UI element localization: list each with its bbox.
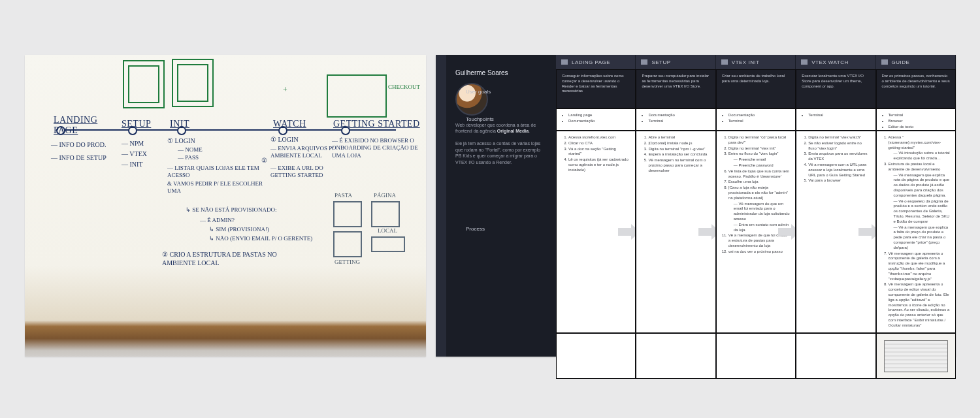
bullet: — LISTAR QUAIS LOJAS ELE TEM ACESSO [167, 165, 265, 180]
bullet: — NOME [178, 146, 203, 153]
screens-cell[interactable] [636, 333, 715, 379]
touchpoints-row: Landing pageDocumentação DocumentaçãoTer… [556, 108, 956, 131]
step-title-watch: WATCH [273, 119, 306, 129]
screens-cell[interactable] [876, 333, 956, 379]
drag-icon [561, 59, 568, 65]
drag-icon [641, 59, 647, 65]
watch-step: ② [261, 157, 267, 165]
init-step: ② CRIO A ESTRUTURA DE PASTAS NO AMBIENTE… [162, 251, 306, 267]
stage: + CHECKOUT LANDING PAGE SETUP INIT WATCH… [0, 0, 980, 418]
bullet: — INIT [122, 161, 143, 169]
step-title-setup: SETUP [122, 119, 151, 129]
init-step: ① LOGIN [167, 137, 195, 146]
row-label-goals: User goals [466, 89, 491, 95]
bullet: — É EXIBIDO NO BROWSER O ONBOARDING DE C… [332, 137, 426, 159]
sketch-label: PÁGINA [374, 192, 396, 199]
step-title-landing: LANDING PAGE [54, 115, 106, 136]
drag-icon [721, 59, 728, 65]
bullet: — INFO DO PROD. [51, 141, 106, 150]
arrow-icon [778, 224, 796, 240]
drag-icon [881, 59, 888, 65]
touch-cell[interactable]: DocumentaçãoTerminal [636, 108, 715, 131]
whiteboard-photo: + CHECKOUT LANDING PAGE SETUP INIT WATCH… [25, 55, 426, 357]
process-cell[interactable]: Acessa storefront.vtex.comClicar no CTAV… [556, 131, 636, 333]
step-title-init: INIT [170, 119, 189, 129]
screens-cell[interactable] [716, 333, 796, 379]
bullet: — INFO DE SETUP [51, 154, 106, 163]
screens-cell[interactable] [556, 333, 636, 379]
app-rail[interactable] [436, 55, 446, 357]
process-cell[interactable]: Digita no terminal "vtex watch"Se não es… [796, 131, 875, 333]
box-sketch [371, 236, 405, 252]
svg-marker-0 [618, 224, 636, 240]
persona-sidebar: Guilherme Soares Web developer que coord… [446, 55, 556, 357]
goals-row: Conseguir informações sobre como começar… [556, 69, 956, 108]
journey-grid: LADING PAGE SETUP VTEX INIT VTEX WATCH G… [556, 55, 956, 357]
arrow-icon [698, 224, 716, 240]
goal-cell[interactable]: Preparar seu computador para instalar as… [636, 69, 715, 108]
touch-cell[interactable]: TerminalBrowserEditor de textoEstrutura … [876, 108, 956, 131]
col-header[interactable]: LADING PAGE [556, 55, 636, 69]
bullet: — PASS [178, 154, 199, 161]
screens-cell[interactable] [796, 333, 875, 379]
plus-icon: + [283, 85, 287, 95]
sketch-label: LOCAL [378, 227, 397, 234]
goal-cell[interactable]: Executar localmente uma VTEX I/O Store p… [796, 69, 875, 108]
wireframe-thumbnail [884, 340, 948, 373]
col-header[interactable]: SETUP [636, 55, 715, 69]
arrow-icon [618, 224, 636, 240]
touch-cell[interactable]: Landing pageDocumentação [556, 108, 636, 131]
bullet: — VTEX [122, 150, 147, 159]
column-headers: LADING PAGE SETUP VTEX INIT VTEX WATCH G… [556, 55, 956, 69]
sketch-label: CHECKOUT [388, 84, 420, 91]
bullet: — NPM [122, 140, 144, 148]
step-title-getting: GETTING STARTED [333, 119, 420, 129]
process-cell[interactable]: Abre o terminal[Opcional] instala node.j… [636, 131, 715, 333]
col-header[interactable]: GUIDE [876, 55, 956, 69]
branch: ↳ SIM (PROVISIONA!) [209, 226, 269, 233]
goal-cell[interactable]: Criar seu ambiente de trabalho local par… [716, 69, 796, 108]
box-sketch [371, 201, 400, 227]
branch: — É ADMIN? [200, 217, 235, 224]
branch: ↳ SE NÃO ESTÁ PROVISIONADO: [186, 206, 277, 214]
wireframe-sketch [172, 59, 214, 107]
box-sketch [333, 231, 362, 257]
col-header[interactable]: VTEX INIT [716, 55, 796, 69]
touch-cell[interactable]: Terminal [796, 108, 875, 131]
avatar [455, 83, 488, 116]
branch: ↳ NÃO (ENVIO EMAIL P/ O GERENTE) [209, 235, 312, 242]
timeline [56, 129, 396, 131]
col-header[interactable]: VTEX WATCH [796, 55, 875, 69]
sketch-label: GETTING [335, 259, 360, 266]
wireframe-sketch [123, 60, 165, 108]
bullet: — EXIBE A URL DO GETTING STARTED [270, 165, 342, 180]
svg-marker-1 [698, 224, 716, 240]
screens-row [556, 333, 956, 379]
touch-cell[interactable]: DocumentaçãoTerminal [716, 108, 796, 131]
drag-icon [801, 59, 808, 65]
svg-marker-2 [778, 224, 796, 240]
persona-description: Web developer que coordena a área de fro… [455, 122, 547, 165]
journey-map-app: Guilherme Soares Web developer que coord… [436, 55, 956, 357]
goal-cell[interactable]: Dar os primeiros passos, conhecendo o am… [876, 69, 956, 108]
watch-step: ① LOGIN [270, 136, 299, 144]
goal-cell[interactable]: Conseguir informações sobre como começar… [556, 69, 636, 108]
row-label-process: Process [466, 226, 485, 232]
arrow-icon [858, 224, 876, 240]
row-label-touch: Touchpoints [466, 116, 494, 122]
sketch-label: PASTA [335, 192, 352, 199]
bullet: & VAMOS PEDIR P/ ELE ESCOLHER UMA [167, 180, 265, 195]
svg-marker-3 [858, 224, 876, 240]
persona-name: Guilherme Soares [455, 69, 547, 76]
process-row: Acessa storefront.vtex.comClicar no CTAV… [556, 131, 956, 333]
process-cell[interactable]: Digita no terminal "cd 'pasta local para… [716, 131, 796, 333]
box-sketch [333, 201, 362, 227]
process-cell[interactable]: Acessa "{storename}.myvtex.com/vtex-gett… [876, 131, 956, 333]
wireframe-sketch [327, 74, 387, 118]
